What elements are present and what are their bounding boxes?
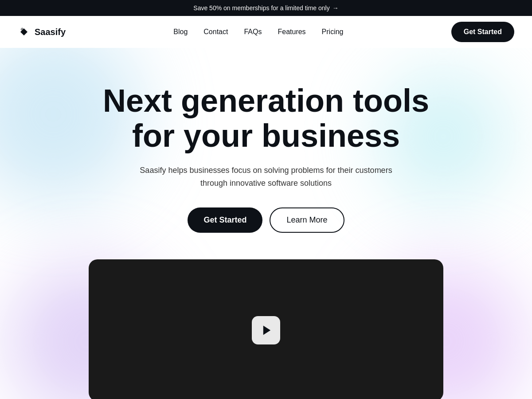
- nav-pricing[interactable]: Pricing: [322, 28, 344, 36]
- hero-headline-line2: for your business: [132, 118, 400, 153]
- hero-buttons: Get Started Learn More: [18, 207, 514, 233]
- play-icon: [261, 324, 273, 336]
- nav-blog[interactable]: Blog: [173, 28, 188, 36]
- hero-get-started-button[interactable]: Get Started: [188, 207, 262, 233]
- logo: Saasify: [18, 26, 66, 38]
- nav-features[interactable]: Features: [278, 28, 305, 36]
- main-nav: Blog Contact FAQs Features Pricing: [173, 28, 343, 36]
- logo-icon: [18, 26, 30, 38]
- hero-learn-more-button[interactable]: Learn More: [270, 207, 344, 233]
- hero-headline: Next generation tools for your business: [89, 83, 443, 153]
- hero-section: Next generation tools for your business …: [0, 48, 532, 399]
- hero-subtitle: Saasify helps businesses focus on solvin…: [129, 164, 403, 190]
- video-container: [89, 259, 443, 399]
- announcement-bar: Save 50% on memberships for a limited ti…: [0, 0, 532, 16]
- announcement-arrow: →: [332, 4, 339, 12]
- play-button[interactable]: [252, 316, 280, 344]
- logo-text: Saasify: [35, 27, 66, 37]
- announcement-text: Save 50% on memberships for a limited ti…: [193, 4, 329, 12]
- header: Saasify Blog Contact FAQs Features Prici…: [0, 16, 532, 48]
- header-get-started-button[interactable]: Get Started: [451, 22, 514, 42]
- svg-marker-0: [263, 325, 270, 335]
- nav-faqs[interactable]: FAQs: [244, 28, 262, 36]
- nav-contact[interactable]: Contact: [203, 28, 228, 36]
- hero-headline-line1: Next generation tools: [103, 83, 429, 118]
- hero-content: Next generation tools for your business …: [18, 83, 514, 399]
